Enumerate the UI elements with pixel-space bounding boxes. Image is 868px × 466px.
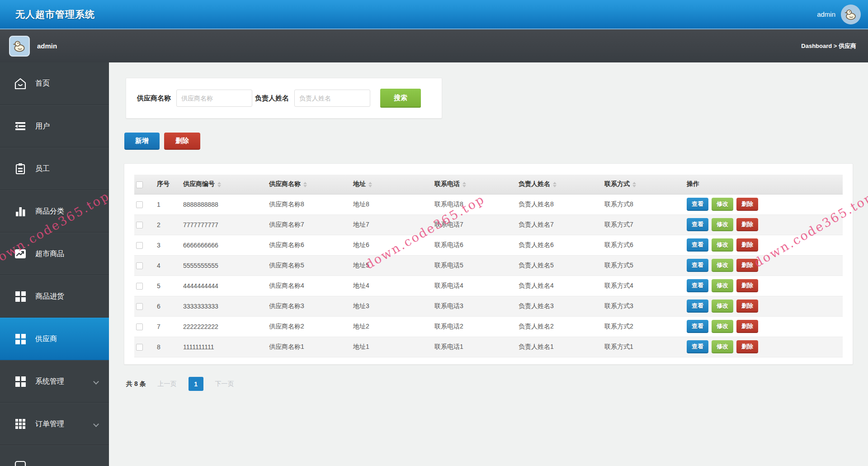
- sort-icon[interactable]: [462, 182, 466, 187]
- table-row: 54444444444供应商名称4地址4联系电话4负责人姓名4联系方式4查看修改…: [134, 276, 843, 296]
- del-button[interactable]: 删除: [736, 259, 758, 272]
- search-button[interactable]: 搜索: [380, 89, 421, 108]
- cell-select: [134, 255, 155, 276]
- avatar[interactable]: [9, 36, 30, 57]
- row-checkbox[interactable]: [136, 222, 143, 228]
- cell-address: 地址3: [351, 296, 433, 316]
- del-button[interactable]: 删除: [736, 218, 758, 231]
- del-button[interactable]: 删除: [736, 340, 758, 353]
- cell-index: 4: [155, 255, 181, 276]
- sidebar-item-label: 首页: [35, 79, 101, 88]
- supplier-name-input[interactable]: [176, 90, 252, 107]
- add-button[interactable]: 新增: [124, 133, 160, 150]
- edit-button[interactable]: 修改: [712, 198, 733, 211]
- view-button[interactable]: 查看: [687, 198, 708, 211]
- sidebar-item-partial[interactable]: [0, 445, 109, 466]
- sort-icon[interactable]: [368, 182, 372, 187]
- table-row: 36666666666供应商名称6地址6联系电话6负责人姓名6联系方式6查看修改…: [134, 235, 843, 255]
- cell-code: 5555555555: [181, 255, 267, 276]
- sort-icon[interactable]: [553, 182, 557, 187]
- edit-button[interactable]: 修改: [712, 259, 733, 272]
- del-button[interactable]: 删除: [736, 238, 758, 252]
- column-header-code[interactable]: 供应商编号: [181, 175, 267, 194]
- sidebar-item-系统管理[interactable]: 系统管理: [0, 360, 109, 403]
- select-all-checkbox[interactable]: [136, 181, 143, 188]
- column-header-contact[interactable]: 联系方式: [603, 175, 685, 194]
- next-page-button[interactable]: 下一页: [215, 380, 234, 388]
- edit-button[interactable]: 修改: [712, 279, 733, 292]
- sidebar-item-label: 供应商: [35, 334, 101, 344]
- view-button[interactable]: 查看: [687, 259, 708, 272]
- row-checkbox[interactable]: [136, 242, 143, 249]
- del-button[interactable]: 删除: [736, 300, 758, 313]
- edit-button[interactable]: 修改: [712, 320, 733, 333]
- sidebar-item-订单管理[interactable]: 订单管理: [0, 403, 109, 445]
- column-header-ops: 操作: [685, 175, 843, 194]
- sidebar-item-label: 订单管理: [35, 419, 94, 429]
- sort-icon[interactable]: [632, 182, 636, 187]
- sidebar-item-首页[interactable]: 首页: [0, 62, 109, 105]
- sidebar-item-label: 员工: [35, 164, 101, 174]
- home-icon: [13, 76, 28, 91]
- cell-code: 3333333333: [181, 296, 267, 316]
- row-checkbox[interactable]: [136, 262, 143, 269]
- cell-code: 7777777777: [181, 214, 267, 235]
- content-area: 供应商名称 负责人姓名 搜索 新增 删除 序号供应商编号供应商名称地址联系电话负…: [109, 62, 868, 466]
- column-header-name[interactable]: 供应商名称: [267, 175, 351, 194]
- view-button[interactable]: 查看: [687, 320, 708, 333]
- cell-name: 供应商名称3: [267, 296, 351, 316]
- avatar[interactable]: [841, 5, 861, 24]
- sidebar-item-商品分类[interactable]: 商品分类: [0, 190, 109, 233]
- cell-manager: 负责人姓名7: [517, 214, 603, 235]
- sidebar-item-员工[interactable]: 员工: [0, 147, 109, 190]
- cell-actions: 查看修改删除: [685, 194, 843, 214]
- del-button[interactable]: 删除: [736, 320, 758, 333]
- cell-manager: 负责人姓名3: [517, 296, 603, 316]
- page-1-button[interactable]: 1: [189, 377, 203, 391]
- cell-select: [134, 316, 155, 337]
- row-checkbox[interactable]: [136, 303, 143, 310]
- cell-actions: 查看修改删除: [685, 276, 843, 296]
- sidebar-item-供应商[interactable]: 供应商: [0, 318, 109, 360]
- cell-actions: 查看修改删除: [685, 235, 843, 255]
- userbar-left: admin: [9, 36, 57, 57]
- sort-icon[interactable]: [217, 182, 221, 187]
- header-select-all-cell: [134, 175, 155, 194]
- clipboard-icon: [13, 161, 28, 176]
- edit-button[interactable]: 修改: [712, 238, 733, 252]
- row-checkbox[interactable]: [136, 344, 143, 351]
- cell-manager: 负责人姓名6: [517, 235, 603, 255]
- edit-button[interactable]: 修改: [712, 218, 733, 231]
- edit-button[interactable]: 修改: [712, 300, 733, 313]
- row-checkbox[interactable]: [136, 283, 143, 290]
- prev-page-button[interactable]: 上一页: [158, 380, 177, 388]
- column-header-address[interactable]: 地址: [351, 175, 433, 194]
- cell-name: 供应商名称8: [267, 194, 351, 214]
- grid-2x2-icon: [13, 289, 28, 304]
- sort-icon[interactable]: [303, 182, 307, 187]
- manager-name-input[interactable]: [294, 90, 370, 107]
- view-button[interactable]: 查看: [687, 279, 708, 292]
- view-button[interactable]: 查看: [687, 300, 708, 313]
- row-checkbox[interactable]: [136, 201, 143, 208]
- view-button[interactable]: 查看: [687, 340, 708, 353]
- row-checkbox[interactable]: [136, 323, 143, 330]
- table-body: 18888888888供应商名称8地址8联系电话8负责人姓名8联系方式8查看修改…: [134, 194, 843, 357]
- topbar-username[interactable]: admin: [817, 10, 835, 18]
- del-button[interactable]: 删除: [736, 198, 758, 211]
- sidebar-item-用户[interactable]: 用户: [0, 105, 109, 147]
- main-layout: 首页用户员工商品分类超市商品商品进货供应商系统管理订单管理 供应商名称 负责人姓…: [0, 62, 868, 466]
- cell-select: [134, 214, 155, 235]
- view-button[interactable]: 查看: [687, 238, 708, 252]
- column-header-manager[interactable]: 负责人姓名: [517, 175, 603, 194]
- view-button[interactable]: 查看: [687, 218, 708, 231]
- cell-index: 7: [155, 316, 181, 337]
- del-button[interactable]: 删除: [736, 279, 758, 292]
- delete-button[interactable]: 删除: [164, 133, 200, 150]
- column-header-phone[interactable]: 联系电话: [433, 175, 517, 194]
- cell-phone: 联系电话3: [433, 296, 517, 316]
- edit-button[interactable]: 修改: [712, 340, 733, 353]
- sidebar-item-商品进货[interactable]: 商品进货: [0, 275, 109, 318]
- search-panel: 供应商名称 负责人姓名 搜索: [126, 78, 442, 119]
- sidebar-item-超市商品[interactable]: 超市商品: [0, 233, 109, 275]
